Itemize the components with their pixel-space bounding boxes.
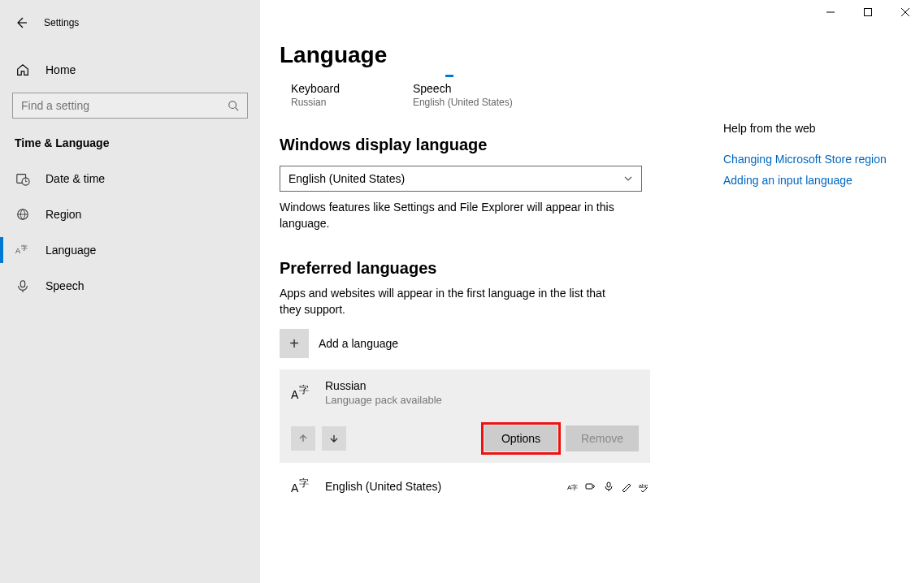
display-language-desc: Windows features like Settings and File … [280, 200, 621, 231]
svg-rect-13 [586, 484, 592, 489]
nav-date-time-label: Date & time [46, 172, 105, 185]
svg-text:字: 字 [299, 384, 309, 395]
add-language-label: Add a language [319, 337, 398, 350]
display-language-value: English (United States) [288, 172, 405, 185]
nav-language-label: Language [46, 244, 96, 257]
svg-text:A: A [15, 247, 20, 255]
minimize-button[interactable] [812, 0, 849, 24]
svg-text:abc: abc [639, 483, 649, 489]
language-card-russian[interactable]: A字 Russian Language pack available Optio… [280, 369, 650, 463]
language-name: Russian [325, 379, 442, 392]
indicator-keyboard-value: Russian [291, 97, 340, 108]
help-title: Help from the web [723, 122, 887, 135]
nav-home[interactable]: Home [0, 54, 260, 86]
indicator-speech[interactable]: Speech English (United States) [413, 75, 513, 108]
svg-text:字: 字 [21, 244, 28, 252]
display-language-heading: Windows display language [280, 136, 686, 154]
search-box[interactable] [12, 93, 248, 119]
window-controls [812, 0, 924, 24]
spellcheck-icon: abc [639, 481, 650, 492]
language-glyph-icon: A字 [291, 382, 314, 404]
search-input[interactable] [21, 99, 228, 112]
indicator-speech-label: Speech [413, 82, 513, 95]
preferred-languages-desc: Apps and websites will appear in the fir… [280, 286, 621, 317]
sidebar-section-title: Time & Language [0, 119, 260, 161]
language-feature-icons: A字 abc [567, 481, 650, 492]
home-icon [15, 63, 31, 77]
indicator-keyboard[interactable]: Keyboard Russian [291, 75, 340, 108]
preferred-languages-heading: Preferred languages [280, 259, 686, 278]
language-name: English (United States) [325, 480, 556, 493]
svg-rect-14 [607, 482, 610, 487]
page-title: Language [280, 42, 924, 68]
globe-icon [15, 207, 31, 222]
language-sub: Language pack available [325, 394, 442, 406]
svg-text:A: A [291, 388, 299, 401]
indicator-speech-value: English (United States) [413, 97, 513, 108]
display-language-dropdown[interactable]: English (United States) [280, 166, 642, 192]
move-up-button[interactable] [291, 426, 315, 451]
svg-text:字: 字 [299, 477, 309, 489]
nav-date-time[interactable]: Date & time [0, 161, 260, 196]
microphone-icon [15, 279, 31, 293]
language-card-english[interactable]: A字 English (United States) A字 abc [280, 476, 650, 497]
add-language-button[interactable]: + Add a language [280, 329, 686, 358]
chevron-down-icon [623, 174, 633, 184]
nav-home-label: Home [46, 63, 76, 76]
language-indicators: Keyboard Russian Speech English (United … [291, 75, 686, 108]
search-icon [228, 100, 239, 111]
indicator-keyboard-label: Keyboard [291, 82, 340, 95]
nav-speech[interactable]: Speech [0, 268, 260, 304]
nav-speech-label: Speech [46, 279, 84, 292]
handwriting-icon [621, 481, 632, 492]
svg-rect-6 [20, 281, 24, 287]
nav-language[interactable]: A字 Language [0, 232, 260, 268]
language-icon: A字 [15, 243, 31, 257]
options-button[interactable]: Options [484, 425, 557, 451]
svg-rect-7 [865, 9, 872, 16]
svg-point-0 [229, 101, 236, 109]
help-panel: Help from the web Changing Microsoft Sto… [723, 122, 887, 497]
display-lang-icon: A字 [567, 481, 579, 492]
move-down-button[interactable] [322, 426, 346, 451]
nav-region-label: Region [46, 208, 81, 221]
remove-button[interactable]: Remove [566, 425, 639, 451]
app-title: Settings [44, 17, 79, 28]
text-to-speech-icon [585, 481, 596, 492]
speech-recognition-icon [603, 481, 614, 492]
plus-icon: + [280, 329, 309, 358]
svg-text:A: A [291, 482, 299, 494]
close-button[interactable] [887, 0, 924, 24]
sidebar: Settings Home Time & Language Date & tim… [0, 0, 260, 583]
maximize-button[interactable] [849, 0, 887, 24]
main-content: Language Keyboard Russian Speech English… [260, 0, 924, 583]
back-button[interactable] [15, 16, 28, 29]
svg-text:A字: A字 [567, 484, 578, 491]
nav-region[interactable]: Region [0, 196, 260, 232]
help-link-store-region[interactable]: Changing Microsoft Store region [723, 153, 887, 166]
language-glyph-icon: A字 [291, 476, 314, 497]
help-link-input-language[interactable]: Adding an input language [723, 174, 887, 187]
calendar-clock-icon [15, 171, 31, 186]
